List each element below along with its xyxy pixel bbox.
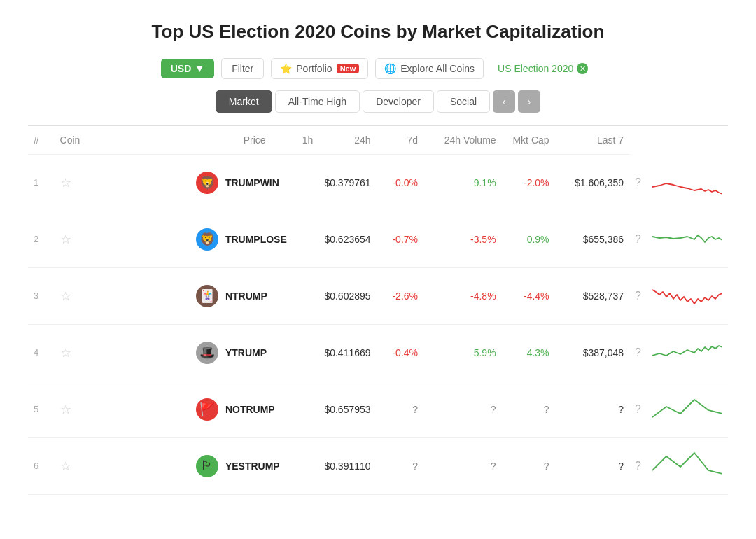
filter-button[interactable]: Filter (221, 58, 264, 79)
sparkline-chart (652, 279, 722, 311)
cell-rank: 4 (28, 324, 55, 381)
explore-label: Explore All Coins (400, 63, 475, 74)
cell-price: $0.411669 (318, 324, 376, 381)
table-header-row: # Coin Price 1h 24h 7d 24h Volume Mkt Ca… (28, 126, 728, 155)
coin-name: NOTRUMP (225, 404, 275, 415)
coin-name: TRUMPLOSE (225, 234, 287, 245)
cell-sparkline (647, 324, 728, 381)
cell-volume: ? (555, 438, 630, 494)
cell-coin: 🦁TRUMPLOSE (190, 211, 319, 267)
cell-volume: $1,606,359 (555, 155, 630, 211)
cell-price: $0.657953 (318, 381, 376, 438)
explore-button[interactable]: 🌐 Explore All Coins (375, 58, 484, 79)
cell-coin: 🎩YTRUMP (190, 324, 319, 381)
cell-star-col[interactable]: ☆ (55, 267, 190, 324)
col-coin: Coin (55, 126, 190, 155)
tab-market[interactable]: Market (216, 90, 272, 113)
cell-sparkline (647, 381, 728, 438)
cell-1h: -2.6% (377, 267, 424, 324)
coin-icon: 🃏 (196, 285, 218, 307)
cell-rank: 2 (28, 211, 55, 267)
currency-caret: ▼ (195, 63, 204, 74)
cell-sparkline (647, 211, 728, 267)
cell-1h: ? (377, 438, 424, 494)
cell-price: $0.391110 (318, 438, 376, 494)
col-mktcap: Mkt Cap (502, 126, 555, 155)
cell-coin: 🦁TRUMPWIN (190, 155, 319, 211)
cell-mktcap: ? (629, 324, 647, 381)
cell-1h: -0.7% (377, 211, 424, 267)
coin-name: YTRUMP (225, 347, 267, 358)
sparkline-chart (652, 336, 722, 368)
coin-icon: 🦁 (196, 172, 218, 194)
favorite-button[interactable]: ☆ (60, 345, 71, 360)
col-last7: Last 7 (555, 126, 630, 155)
cell-star-col[interactable]: ☆ (55, 155, 190, 211)
sparkline-chart (652, 166, 722, 197)
coin-name: YESTRUMP (225, 461, 280, 472)
cell-coin: 🃏NTRUMP (190, 267, 319, 324)
coins-table: # Coin Price 1h 24h 7d 24h Volume Mkt Ca… (28, 126, 728, 495)
col-rank: # (28, 126, 55, 155)
cell-star-col[interactable]: ☆ (55, 438, 190, 494)
tab-social[interactable]: Social (437, 90, 490, 113)
cell-volume: $655,386 (555, 211, 630, 267)
cell-7d: ? (502, 381, 555, 438)
table-row: 6☆🏳YESTRUMP$0.391110????? (28, 438, 728, 494)
globe-icon: 🌐 (384, 63, 396, 74)
cell-24h: 5.9% (424, 324, 502, 381)
cell-volume: $387,048 (555, 324, 630, 381)
table-row: 3☆🃏NTRUMP$0.602895-2.6%-4.8%-4.4%$528,73… (28, 267, 728, 324)
cell-volume: $528,737 (555, 267, 630, 324)
favorite-button[interactable]: ☆ (60, 175, 71, 190)
cell-star-col[interactable]: ☆ (55, 381, 190, 438)
tab-prev-button[interactable]: ‹ (493, 90, 515, 113)
cell-7d: 4.3% (502, 324, 555, 381)
tab-developer[interactable]: Developer (363, 90, 434, 113)
sparkline-chart (652, 449, 722, 481)
cell-mktcap: ? (629, 211, 647, 267)
col-price: Price (190, 126, 272, 155)
cell-mktcap: ? (629, 155, 647, 211)
favorite-button[interactable]: ☆ (60, 402, 71, 417)
currency-selector[interactable]: USD ▼ (161, 59, 214, 78)
tab-alltime[interactable]: All-Time High (275, 90, 360, 113)
election-filter-button[interactable]: US Election 2020 ✕ (491, 59, 595, 78)
col-7d: 7d (377, 126, 424, 155)
cell-coin: 🚩NOTRUMP (190, 381, 319, 438)
cell-1h: -0.0% (377, 155, 424, 211)
favorite-button[interactable]: ☆ (60, 288, 71, 304)
cell-24h: -4.8% (424, 267, 502, 324)
cell-24h: -3.5% (424, 211, 502, 267)
currency-label: USD (171, 63, 192, 74)
election-label: US Election 2020 (498, 63, 573, 74)
cell-sparkline (647, 438, 728, 494)
new-badge: New (337, 64, 360, 74)
cell-24h: 9.1% (424, 155, 502, 211)
cell-price: $0.602895 (318, 267, 376, 324)
cell-star-col[interactable]: ☆ (55, 211, 190, 267)
cell-7d: 0.9% (502, 211, 555, 267)
col-1h: 1h (272, 126, 319, 155)
cell-rank: 6 (28, 438, 55, 494)
cell-price: $0.379761 (318, 155, 376, 211)
cell-mktcap: ? (629, 381, 647, 438)
cell-star-col[interactable]: ☆ (55, 324, 190, 381)
cell-price: $0.623654 (318, 211, 376, 267)
favorite-button[interactable]: ☆ (60, 232, 71, 247)
cell-volume: ? (555, 381, 630, 438)
portfolio-button[interactable]: ⭐ Portfolio New (271, 58, 368, 79)
coin-icon: 🎩 (196, 342, 218, 364)
tab-next-button[interactable]: › (518, 90, 540, 113)
cell-mktcap: ? (629, 438, 647, 494)
cell-sparkline (647, 155, 728, 211)
table-row: 2☆🦁TRUMPLOSE$0.623654-0.7%-3.5%0.9%$655,… (28, 211, 728, 267)
favorite-button[interactable]: ☆ (60, 458, 71, 474)
page-title: Top US Election 2020 Coins by Market Cap… (28, 21, 728, 43)
coin-name: TRUMPWIN (225, 177, 279, 188)
cell-7d: ? (502, 438, 555, 494)
table-row: 5☆🚩NOTRUMP$0.657953????? (28, 381, 728, 438)
sparkline-chart (652, 223, 722, 254)
cell-mktcap: ? (629, 267, 647, 324)
coin-icon: 🚩 (196, 398, 218, 421)
